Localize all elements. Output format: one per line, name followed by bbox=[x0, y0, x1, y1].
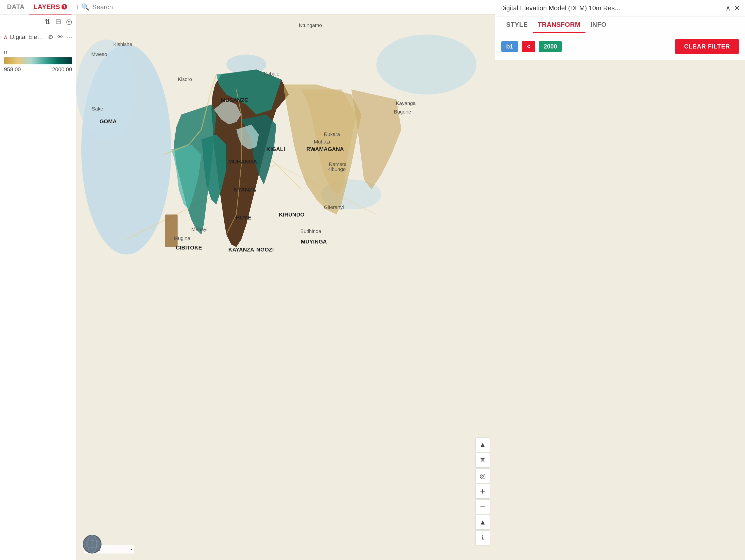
tab-bar: DATA LAYERS 1 ⊣ bbox=[0, 0, 76, 14]
filter-badge-operator[interactable]: < bbox=[522, 41, 535, 52]
filter-badge-value[interactable]: 2000 bbox=[539, 41, 562, 52]
collapse-panel-button[interactable]: ⊣ bbox=[71, 2, 80, 12]
info-button[interactable]: ℹ bbox=[476, 530, 490, 545]
map-container: 20 km NtungamoMwesoKishisheSakeGOMAKisor… bbox=[76, 14, 745, 560]
layer-chevron-icon[interactable]: ∧ bbox=[3, 34, 7, 40]
tab-style[interactable]: STYLE bbox=[501, 21, 533, 33]
legend-gradient bbox=[4, 57, 72, 64]
tab-data[interactable]: DATA bbox=[2, 0, 29, 14]
left-panel: DATA LAYERS 1 ⊣ ⇅ ⊟ ◎ ∧ Digital Elevatio… bbox=[0, 0, 76, 560]
terrain-button[interactable]: ▲ bbox=[476, 437, 490, 452]
location-button[interactable]: ◎ bbox=[476, 468, 490, 483]
layer-name-label: Digital Elevation Model (DEM)... bbox=[10, 33, 45, 40]
right-panel: Digital Elevation Model (DEM) 10m Res...… bbox=[495, 0, 745, 60]
scale-bar-line bbox=[102, 549, 132, 550]
hide-all-icon[interactable]: ◎ bbox=[66, 18, 72, 26]
search-icon: 🔍 bbox=[81, 3, 89, 11]
tab-transform[interactable]: TRANSFORM bbox=[533, 21, 585, 33]
map-controls: ▲ ◎ + − ▲ ℹ bbox=[476, 437, 490, 545]
layer-settings-icon[interactable]: ⚙ bbox=[48, 33, 54, 40]
layer-toolbar: ⇅ ⊟ ◎ bbox=[0, 14, 76, 29]
sort-icon[interactable]: ⇅ bbox=[44, 18, 50, 26]
panel-close-icon[interactable]: ✕ bbox=[734, 4, 740, 12]
filter-icon[interactable]: ⊟ bbox=[55, 18, 61, 26]
layers-button[interactable] bbox=[476, 453, 490, 467]
legend-range: 958.00 2000.00 bbox=[4, 66, 72, 73]
filter-row: b1 < 2000 CLEAR FILTER bbox=[495, 33, 745, 60]
tab-info[interactable]: INFO bbox=[585, 21, 611, 33]
panel-title-icons: ∧ ✕ bbox=[725, 4, 740, 12]
tab-layers[interactable]: LAYERS 1 bbox=[29, 0, 71, 14]
svg-point-3 bbox=[377, 34, 477, 95]
panel-title: Digital Elevation Model (DEM) 10m Res... bbox=[500, 4, 722, 12]
layer-action-icons: ⚙ 👁 ⋯ bbox=[48, 33, 72, 40]
svg-rect-9 bbox=[165, 215, 177, 247]
panel-expand-icon[interactable]: ∧ bbox=[725, 4, 731, 12]
layer-eye-icon[interactable]: 👁 bbox=[57, 33, 63, 40]
minimap-globe[interactable] bbox=[83, 535, 101, 554]
right-panel-tabs: STYLE TRANSFORM INFO bbox=[495, 17, 745, 33]
layer-item: ∧ Digital Elevation Model (DEM)... ⚙ 👁 ⋯ bbox=[0, 29, 76, 45]
zoom-out-button[interactable]: − bbox=[476, 499, 490, 514]
map-area[interactable]: 20 km NtungamoMwesoKishisheSakeGOMAKisor… bbox=[76, 14, 745, 560]
svg-rect-0 bbox=[76, 14, 745, 560]
layer-more-icon[interactable]: ⋯ bbox=[67, 33, 72, 40]
svg-point-2 bbox=[76, 39, 136, 139]
filter-badge-b1[interactable]: b1 bbox=[501, 41, 518, 52]
zoom-in-button[interactable]: + bbox=[476, 484, 490, 498]
legend: m 958.00 2000.00 bbox=[0, 45, 76, 75]
clear-filter-button[interactable]: CLEAR FILTER bbox=[675, 39, 739, 54]
right-panel-title-bar: Digital Elevation Model (DEM) 10m Res...… bbox=[495, 0, 745, 17]
legend-min: 958.00 bbox=[4, 66, 21, 73]
legend-max: 2000.00 bbox=[52, 66, 72, 73]
layers-badge: 1 bbox=[62, 4, 67, 9]
compass-button[interactable]: ▲ bbox=[476, 515, 490, 529]
legend-unit: m bbox=[4, 49, 72, 55]
